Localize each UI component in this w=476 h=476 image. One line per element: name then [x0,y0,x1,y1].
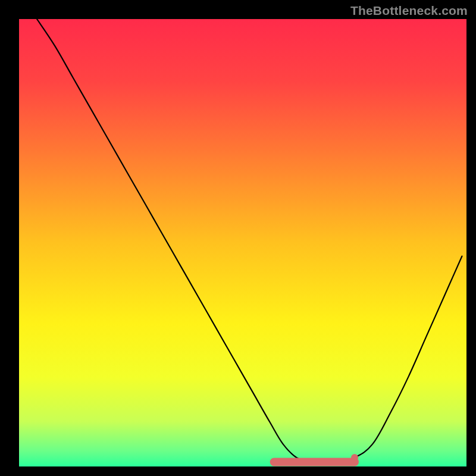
gradient-background [19,19,466,466]
watermark-text: TheBottleneck.com [350,4,468,18]
optimal-point-marker [351,454,358,461]
plot-area [19,19,466,466]
chart-frame: TheBottleneck.com [0,0,476,476]
chart-svg [19,19,466,466]
